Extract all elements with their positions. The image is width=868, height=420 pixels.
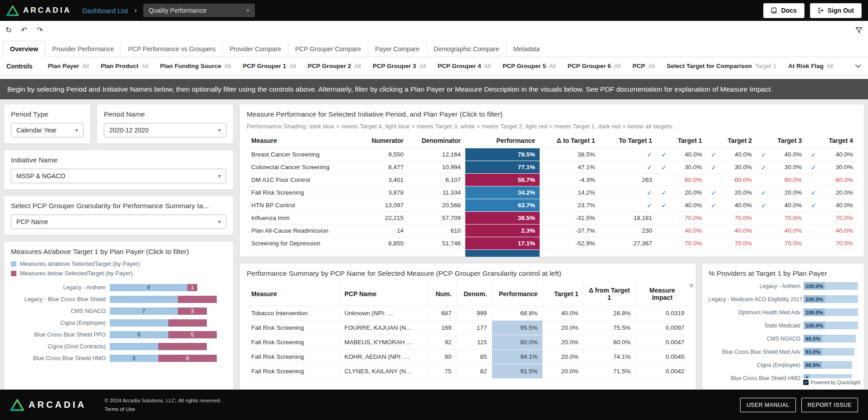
breadcrumb-dashboard-list[interactable]: Dashboard List xyxy=(82,7,128,15)
tab-demographic-compare[interactable]: Demographic Compare xyxy=(426,41,506,57)
control-plan-product[interactable]: Plan ProductAll xyxy=(101,63,148,69)
col-target-3: Target 3 xyxy=(756,133,806,148)
period-name-select[interactable]: 2020-12 2020 ▾ xyxy=(104,123,226,137)
provider-bar-cms-ngaco[interactable]: CMS NGACO95.5% xyxy=(708,335,858,342)
control-pcp-grouper-5[interactable]: PCP Grouper 5All xyxy=(502,63,556,69)
bar-segment-below-target xyxy=(158,343,207,350)
denominator: 85 xyxy=(456,349,492,364)
tab-provider-performance[interactable]: Provider Performance xyxy=(45,41,121,57)
delta-to-target: -52.9% xyxy=(540,237,600,250)
payer-bar-blue-cross-blue-shield-ppo[interactable]: Blue Cross Blue Shield PPO65 xyxy=(11,331,226,338)
controls-bar: Controls Plan PayerAllPlan ProductAllPla… xyxy=(0,57,868,75)
sign-out-button[interactable]: Sign Out xyxy=(810,3,862,18)
measure-row-screening-for-depression[interactable]: Screening for Depression8,85551,74617.1%… xyxy=(247,237,858,250)
measure-row-htn-bp-control[interactable]: HTN BP Control13,09720,56863.7%23.7%✓✓40… xyxy=(247,199,858,212)
summary-row-unknown-npi[interactable]: Tobacco InterventionUnknown (NPI: …68799… xyxy=(247,306,689,320)
control-pcp-grouper-2[interactable]: PCP Grouper 2All xyxy=(307,63,361,69)
measure-row-influenza-imm[interactable]: Influenza Imm22,21557,70938.5%-31.5%18,1… xyxy=(247,212,858,225)
report-issue-button[interactable]: REPORT ISSUE xyxy=(801,398,858,412)
payer-bar-blue-cross-blue-shield-hmo[interactable]: Blue Cross Blue Shield HMO56 xyxy=(11,355,226,362)
summary-row-clynes-kailany-n[interactable]: Fall Risk ScreeningCLYNES, KAILANY (N…75… xyxy=(247,364,689,378)
controls-collapse-icon[interactable] xyxy=(855,64,862,68)
reset-icon[interactable]: ↻ xyxy=(5,26,12,34)
bar-segment-below-target: 6 xyxy=(158,355,217,362)
payer-bar-legacy-anthem[interactable]: Legacy - Anthem81 xyxy=(11,284,226,291)
dashboard-select[interactable]: Quality Performance ▾ xyxy=(143,4,255,17)
tab-pcp-performance-vs-groupers[interactable]: PCP Performance vs Groupers xyxy=(121,41,222,57)
control-select-target-for-comparison[interactable]: Select Target for ComparisonTarget 1 xyxy=(667,63,776,69)
payer-label: Legacy - Anthem xyxy=(11,284,110,291)
provider-bar-optimum-health-med-adv[interactable]: Optimum Health Med Adv100.0% xyxy=(708,308,858,316)
performance-cell: 2.3% xyxy=(465,225,540,237)
user-manual-button[interactable]: USER MANUAL xyxy=(740,398,796,412)
granularity-select[interactable]: PCP Name ▾ xyxy=(11,215,226,229)
tab-provider-compare[interactable]: Provider Compare xyxy=(222,41,288,57)
control-plan-payer[interactable]: Plan PayerAll xyxy=(48,63,89,69)
legend-label: Measures at/above SelectedTarget (by Pay… xyxy=(20,260,140,267)
measure-row-colorectal-cancer-screening[interactable]: Colorectal Cancer Screening8,47710,99477… xyxy=(247,161,858,174)
period-type-label: Period Type xyxy=(11,110,83,118)
target-2-cell: 40.0% xyxy=(707,225,756,237)
period-type-select[interactable]: Calendar Year ▾ xyxy=(11,123,83,137)
col-to-target-1: To Target 1 xyxy=(600,133,657,148)
bar-segment-above-target xyxy=(110,343,158,350)
summary-row-fourre-kajuan-n[interactable]: Fall Risk ScreeningFOURRE, KAJUAN (N…169… xyxy=(247,320,689,335)
control-pcp[interactable]: PCPAll xyxy=(633,63,655,69)
initiative-name-select[interactable]: MSSP & NGACO ▾ xyxy=(11,169,226,183)
terms-of-use-link[interactable]: Terms of Use xyxy=(104,406,135,412)
measure-row-breast-cancer-screening[interactable]: Breast Cancer Screening9,55012,16478.5%3… xyxy=(247,148,858,161)
undo-icon[interactable]: ↶ xyxy=(21,26,27,34)
payer-label: State Medicaid xyxy=(708,322,804,329)
scrollbar-thumb[interactable] xyxy=(689,283,693,288)
control-plan-funding-source[interactable]: Plan Funding SourceAll xyxy=(160,63,231,69)
check-icon: ✓ xyxy=(647,189,652,196)
target-3-cell: 40.0% xyxy=(756,225,806,237)
control-pcp-grouper-3[interactable]: PCP Grouper 3All xyxy=(373,63,426,69)
control-at-risk-flag[interactable]: At Risk FlagAll xyxy=(788,63,833,69)
control-value: All xyxy=(648,63,654,69)
payer-bar-cigna-govt-contracts[interactable]: Cigna (Govt Contracts) xyxy=(11,343,226,350)
legend-item: Measures at/above SelectedTarget (by Pay… xyxy=(11,260,226,267)
check-icon: ✓ xyxy=(647,151,652,158)
denominator: 10,994 xyxy=(408,161,465,174)
measure-row-plan-all-cause-readmission[interactable]: Plan All-Cause Readmission146102.3%-37.7… xyxy=(247,225,858,237)
tab-metadata[interactable]: Metadata xyxy=(506,41,546,57)
tab-pcp-grouper-compare[interactable]: PCP Grouper Compare xyxy=(288,41,368,57)
measure-row-dm-a1c-poor-control[interactable]: DM A1C Poor Control3,4016,10755.7%-4.3%2… xyxy=(247,174,858,186)
payer-bar-cigna-employee[interactable]: Cigna (Employee) xyxy=(11,319,226,327)
provider-bar-legacy-medicare-aco-eligibility-2017[interactable]: Legacy - Medicare ACO Eligibility 201710… xyxy=(708,295,858,303)
payer-bar-legacy-blue-cross-blue-shield[interactable]: Legacy - Blue Cross Blue Shield xyxy=(11,296,226,303)
filter-funnel-icon[interactable] xyxy=(855,27,863,34)
arcadia-triangle-icon xyxy=(6,5,19,16)
target-value: 70.0% xyxy=(685,215,702,221)
col-target-1: Target 1 xyxy=(657,133,707,148)
measure-name: Fall Risk Screening xyxy=(247,320,340,335)
provider-bar-blue-cross-blue-shield-med-adv[interactable]: Blue Cross Blue Shield Med Adv93.0% xyxy=(708,348,858,356)
bar-segment-above-target xyxy=(110,296,178,303)
summary-row-kohr-aedan-npi[interactable]: Fall Risk ScreeningKOHR, AEDAN (NPI: …80… xyxy=(247,349,689,364)
provider-bar-cigna-employee[interactable]: Cigna (Employee)88.9% xyxy=(708,361,858,369)
provider-bar-legacy-anthem[interactable]: Legacy - Anthem100.0% xyxy=(708,282,858,290)
measure-row-fall-risk-screening[interactable]: Fall Risk Screening3,87811,33434.2%14.2%… xyxy=(247,186,858,199)
measure-impact: 0.0047 xyxy=(635,335,689,349)
bar-segment-above-target: 5 xyxy=(110,355,158,362)
measure-name: Fall Risk Screening xyxy=(247,349,340,364)
arcadia-dashboard-page: ARCADIA Dashboard List › Quality Perform… xyxy=(0,0,868,420)
tab-payer-compare[interactable]: Payer Compare xyxy=(368,41,426,57)
footer-logo-text: ARCADIA xyxy=(29,400,86,410)
control-pcp-grouper-4[interactable]: PCP Grouper 4All xyxy=(438,63,491,69)
summary-row-mabeus-kymorah[interactable]: Fall Risk ScreeningMABEUS, KYMORAH …9211… xyxy=(247,335,689,349)
check-icon: ✓ xyxy=(661,189,667,196)
delta-to-target: 23.7% xyxy=(540,199,600,212)
legend-swatch-red xyxy=(11,271,16,276)
payer-bar-cms-ngaco[interactable]: CMS NGACO73 xyxy=(11,308,226,315)
payer-label: Blue Cross Blue Shield HMO xyxy=(11,355,110,361)
tab-overview[interactable]: Overview xyxy=(3,41,45,57)
redo-icon[interactable]: ↷ xyxy=(37,26,43,34)
bar-segment-above-target: 6 xyxy=(110,331,168,338)
top-bar: ARCADIA Dashboard List › Quality Perform… xyxy=(0,0,868,21)
provider-bar-state-medicaid[interactable]: State Medicaid100.0% xyxy=(708,322,858,329)
control-pcp-grouper-6[interactable]: PCP Grouper 6All xyxy=(567,63,620,69)
control-pcp-grouper-1[interactable]: PCP Grouper 1All xyxy=(243,63,296,69)
docs-button[interactable]: Docs xyxy=(763,3,804,18)
